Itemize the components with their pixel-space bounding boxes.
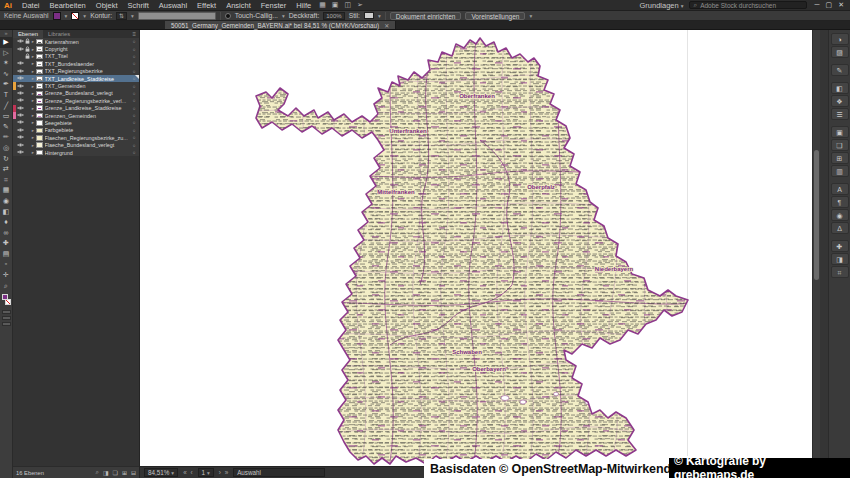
target-circle-icon[interactable]: ○ <box>129 69 139 74</box>
chevron-down-icon[interactable]: ▾ <box>83 13 86 19</box>
layer-row[interactable]: ▸ Farbgebiete ○ <box>13 127 139 134</box>
layer-name[interactable]: Flaechen_Regierungsbezirke_zu... <box>45 135 130 141</box>
artboard-number-select[interactable]: 1 ▾ <box>198 468 214 477</box>
share-icon[interactable]: ➢ <box>354 1 366 9</box>
visibility-eye-icon[interactable] <box>16 134 25 141</box>
visibility-eye-icon[interactable] <box>16 75 25 82</box>
chevron-down-icon[interactable]: ▾ <box>65 13 68 19</box>
layer-row[interactable]: ▸ Seegebiete ○ <box>13 119 139 126</box>
visibility-eye-icon[interactable] <box>16 127 25 134</box>
next-artboard-icon[interactable]: › <box>218 469 222 476</box>
layer-row[interactable]: ▸ TXT_Titel ○ <box>13 53 139 60</box>
document-tab[interactable]: 50051_Germany_Gemeinden_BAYERN.ai* bei 8… <box>165 21 396 29</box>
layers-footer-icon[interactable]: ◨ <box>103 469 109 476</box>
layer-row[interactable]: ▸ Copyright ○ <box>13 45 139 52</box>
layer-name[interactable]: TXT_Titel <box>45 53 130 59</box>
tool-button[interactable]: ✚ <box>0 238 13 249</box>
target-circle-icon[interactable]: ○ <box>129 128 139 133</box>
visibility-eye-icon[interactable] <box>16 83 25 90</box>
menu-item[interactable]: Fenster <box>256 1 291 10</box>
layer-row[interactable]: ▸ Grenze_Bundesland_verlegt ○ <box>13 90 139 97</box>
layer-name[interactable]: TXT_Landkreise_Stadtkreise <box>45 76 130 82</box>
fill-stroke-indicator[interactable] <box>0 293 13 308</box>
panel-dock-icon[interactable]: ▥ <box>831 165 849 177</box>
stroke-color-swatch[interactable] <box>71 12 79 20</box>
menu-item[interactable]: Hilfe <box>291 1 316 10</box>
brush-select[interactable]: Touch-Callig... <box>235 12 278 19</box>
layer-row[interactable]: ▸ TXT_Landkreise_Stadtkreise ○ <box>13 75 139 82</box>
screen-mode-button[interactable] <box>2 322 11 326</box>
layers-footer-icon[interactable]: ⌕ <box>96 469 99 476</box>
target-circle-icon[interactable]: ○ <box>129 106 139 111</box>
visibility-eye-icon[interactable] <box>16 142 25 149</box>
zoom-level-select[interactable]: 84,51% ▾ <box>144 468 178 477</box>
visibility-eye-icon[interactable] <box>16 97 25 104</box>
menu-item[interactable]: Objekt <box>91 1 123 10</box>
close-button[interactable]: ✕ <box>835 1 847 9</box>
layer-name[interactable]: TXT_Gemeinden <box>45 83 130 89</box>
first-artboard-icon[interactable]: « <box>182 469 188 476</box>
layer-row[interactable]: ▸ Grenze_Landkreise_Stadtkreise ○ <box>13 105 139 112</box>
tool-button[interactable]: ∿ <box>0 69 13 80</box>
layer-row[interactable]: ▸ TXT_Bundeslaender ○ <box>13 60 139 67</box>
tool-button[interactable]: ▤ <box>0 249 13 260</box>
tool-button[interactable]: ♦ <box>0 217 13 228</box>
panel-dock-icon[interactable]: ▨ <box>831 46 849 58</box>
panel-dock-icon[interactable]: Δ <box>831 222 849 234</box>
target-circle-icon[interactable]: ○ <box>129 135 139 140</box>
menu-item[interactable]: Schrift <box>122 1 153 10</box>
tool-button[interactable]: ✒ <box>0 79 13 90</box>
arrange-documents-icon[interactable]: ▣ <box>329 1 342 9</box>
panel-dock-icon[interactable]: ◨ <box>831 253 849 265</box>
target-circle-icon[interactable]: ○ <box>129 91 139 96</box>
tool-button[interactable]: ▭ <box>0 111 13 122</box>
tool-button[interactable]: ⌗ <box>0 175 13 186</box>
style-swatch[interactable] <box>364 12 374 19</box>
layer-name[interactable]: Grenzen_Gemeinden <box>45 113 130 119</box>
target-circle-icon[interactable]: ○ <box>129 120 139 125</box>
menu-item[interactable]: Effekt <box>192 1 221 10</box>
tool-button[interactable]: ╱ <box>0 101 13 112</box>
tool-button[interactable]: ▫ <box>0 259 13 270</box>
visibility-eye-icon[interactable] <box>16 38 25 45</box>
target-circle-icon[interactable]: ○ <box>129 76 139 81</box>
target-circle-icon[interactable]: ○ <box>129 98 139 103</box>
panel-dock-icon[interactable]: ⌗ <box>831 266 849 278</box>
layer-name[interactable]: Grenze_Landkreise_Stadtkreise <box>45 105 130 111</box>
tool-button[interactable]: ✛ <box>0 270 13 281</box>
visibility-eye-icon[interactable] <box>16 149 25 156</box>
restore-button[interactable]: ▢ <box>823 1 836 9</box>
workspace-switcher[interactable]: Grundlagen ▾ <box>639 1 683 10</box>
menu-item[interactable]: Auswahl <box>154 1 192 10</box>
canvas[interactable]: Unterfranken Oberfranken Mittelfranken O… <box>140 30 812 466</box>
panel-dock-icon[interactable]: A <box>831 183 849 195</box>
menu-item[interactable]: Ansicht <box>221 1 256 10</box>
opacity-value[interactable]: 100% <box>323 12 344 20</box>
layer-name[interactable]: Grenze_Bundesland_verlegt <box>45 90 130 96</box>
scrollbar-thumb[interactable] <box>814 150 819 280</box>
preferences-button[interactable]: Voreinstellungen <box>465 12 525 20</box>
minimize-button[interactable]: ─ <box>812 1 823 9</box>
layer-row[interactable]: ▸ TXT_Gemeinden ○ <box>13 82 139 89</box>
panel-dock-icon[interactable]: ◧ <box>831 82 849 94</box>
draw-mode-button[interactable] <box>2 316 11 320</box>
layer-name[interactable]: Flaeche_Bundesland_verlegt <box>45 142 130 148</box>
tool-button[interactable]: ✏ <box>0 132 13 143</box>
layer-name[interactable]: Hintergrund <box>45 150 130 156</box>
layer-name[interactable]: Kartenrahmen <box>45 39 130 45</box>
fill-color-swatch[interactable] <box>53 12 61 20</box>
panel-dock-icon[interactable]: ¶ <box>831 196 849 208</box>
stroke-weight-stepper[interactable]: ⇅ <box>116 12 127 20</box>
layer-row[interactable]: ▸ Kartenrahmen ○ <box>13 38 139 45</box>
panel-dock-icon[interactable]: ✚ <box>831 240 849 252</box>
layer-row[interactable]: ▸ Flaechen_Regierungsbezirke_zu... ○ <box>13 134 139 141</box>
tool-button[interactable]: T <box>0 90 13 101</box>
panel-menu-icon[interactable]: ≡ <box>132 31 139 37</box>
layer-name[interactable]: Copyright <box>45 46 130 52</box>
panel-dock-icon[interactable]: ✎ <box>831 64 849 76</box>
tab-libraries[interactable]: Libraries <box>43 30 75 38</box>
arrange-documents-icon[interactable]: ◫ <box>341 1 354 9</box>
visibility-eye-icon[interactable] <box>16 60 25 67</box>
layers-footer-icon[interactable]: ❏ <box>113 469 118 476</box>
tool-button[interactable]: ✶ <box>0 58 13 69</box>
